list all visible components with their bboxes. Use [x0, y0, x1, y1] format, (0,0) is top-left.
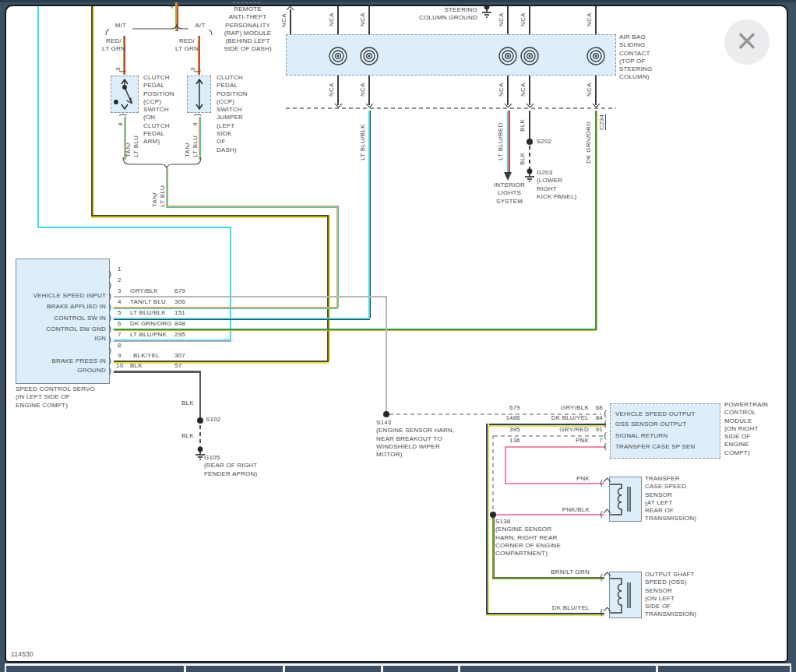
pin-bracket: (	[600, 510, 603, 519]
wire-gry-blk	[386, 296, 387, 413]
pin-bracket: (	[604, 431, 607, 440]
wire-label-blk: BLK	[181, 432, 194, 440]
wire-label-nca: NCA	[520, 9, 527, 26]
pin-bracket: )	[108, 270, 111, 279]
wire-label-nca: NCA	[280, 10, 288, 27]
close-icon: ×	[737, 20, 758, 61]
ccp-jumper-caption: CLUTCH PEDAL POSITION (CCP) SWITCH JUMPE…	[217, 74, 248, 154]
wire-label-dk-blu-yel: DK BLU/YEL	[537, 604, 590, 612]
switch-symbol	[111, 76, 139, 113]
wire-label-dk-grn-org: DK GRN/ORG	[585, 114, 593, 164]
ground-icon-g203	[524, 169, 535, 182]
pcm-wire-name: DK BLU/YEL	[537, 414, 589, 422]
pin-bracket: (	[600, 608, 603, 617]
clockspring-coil-icon	[585, 45, 607, 67]
servo-circuit: 151	[174, 309, 185, 317]
servo-circuit: 306	[174, 298, 185, 306]
airbag-caption: AIR BAG SLIDING CONTACT (TOP OF STEERING…	[619, 33, 653, 82]
wire-lt-blu-blk-stripe	[370, 111, 371, 318]
clockspring-coil-icon	[497, 45, 519, 67]
branch-label-mt: M/T	[109, 22, 132, 30]
pin-number: 3	[189, 62, 197, 71]
wire-lt-blu-red-stripe	[509, 111, 510, 173]
inductor-coil-icon	[610, 572, 641, 617]
servo-wire-name: TAN/LT BLU	[130, 298, 166, 306]
pcm-circuit: 679	[491, 404, 520, 412]
wire-blk-yel-stripe	[91, 216, 329, 218]
splice-s143	[383, 411, 389, 417]
servo-pin-number: 2	[118, 276, 122, 284]
servo-wire-name: BLK	[130, 362, 143, 370]
pcm-fn-label: SIGNAL RETURN	[615, 432, 667, 440]
pcm-circuit: 136	[491, 437, 520, 445]
wire-label-lt-blu-red: LT BLU/RED	[497, 115, 505, 160]
clockspring-coil-icon	[519, 45, 541, 67]
diagram-id: 114530	[11, 650, 33, 658]
wire-label-nca: NCA	[328, 9, 336, 26]
pcm-wire-name: PNK	[537, 437, 589, 445]
wire-label-nca: NCA	[359, 9, 367, 26]
wire-pnk	[505, 483, 604, 484]
servo-wire-name: BLK/YEL	[133, 352, 160, 360]
pin-number: 4	[117, 117, 125, 126]
servo-fn-label: BRAKE PRESS IN	[19, 357, 106, 365]
pin-number: 3	[114, 62, 122, 71]
wire-gry-blk	[114, 296, 387, 297]
transfer-sensor-caption: TRANSFER CASE SPEED SENSOR (AT LEFT REAR…	[645, 475, 696, 523]
wire-label-nca: NCA	[586, 79, 593, 97]
pin-number: 4	[168, 2, 176, 9]
pin-bracket: )	[108, 347, 111, 355]
splice-label-s143: S143 (ENGINE SENSOR HARN, NEAR BREAKOUT …	[376, 419, 454, 459]
wire-pnk-blk	[495, 514, 604, 515]
pcm-wire-name: GRY/BLK	[537, 404, 589, 412]
wire-lt-blu-pnk-stripe	[114, 341, 231, 342]
background-table-cell	[186, 666, 283, 672]
pcm-pin-number: 7	[584, 437, 603, 445]
wire-blk-dashed	[199, 425, 202, 449]
wire-label-pnk-blk: PNK/BLK	[545, 506, 590, 514]
pcm-circuit: 1486	[491, 414, 520, 422]
wire-gry-red-dashed	[492, 435, 494, 513]
wire-tan-lt-blu-stripe	[166, 207, 338, 208]
wire-blk-yel-stripe	[114, 362, 329, 364]
pcm-pin-number: 91	[584, 426, 603, 434]
pin-bracket: )	[118, 113, 127, 116]
pin-bracket: )	[108, 281, 111, 290]
servo-circuit: 848	[174, 320, 185, 328]
background-table-cell	[658, 666, 790, 672]
servo-wire-name: GRY/BLK	[130, 287, 158, 295]
wire-tan-lt-blu-stripe	[200, 117, 201, 160]
wire-label-nca: NCA	[359, 79, 367, 97]
servo-pin-number: 6	[118, 320, 122, 328]
wire-brn-lt-grn	[492, 578, 604, 579]
wire-blk	[529, 111, 530, 141]
wire-brn-lt-grn-stripe	[494, 518, 495, 579]
servo-wire-name: LT BLU/PNK	[130, 331, 167, 339]
close-button[interactable]: ×	[724, 19, 770, 65]
servo-caption: SPEED CONTROL SERVO (IN LEFT SIDE OF ENG…	[16, 385, 95, 410]
pin-bracket: (	[604, 420, 607, 428]
servo-circuit: 307	[174, 352, 185, 360]
pin-bracket: (	[604, 410, 607, 418]
pin-bracket: )	[108, 336, 111, 344]
wire-blk-yel-stripe	[329, 215, 330, 361]
servo-wire-name: LT BLU/BLK	[130, 309, 166, 317]
jumper-symbol	[187, 76, 211, 113]
window-top-edge	[0, 0, 796, 2]
wire-label-nca: NCA	[328, 79, 336, 97]
wire-lt-blu-pnk	[230, 227, 231, 341]
servo-fn-label: VEHICLE SPEED INPUT	[19, 292, 106, 300]
wire-blk	[199, 371, 202, 419]
servo-pin-number: 4	[118, 298, 122, 306]
pin-bracket: (	[604, 442, 607, 451]
wire-blk-yel-stripe	[93, 6, 94, 216]
pin-bracket: )	[108, 314, 111, 322]
steering-ground-label: STEERING COLUMN GROUND	[403, 6, 477, 23]
pcm-wire-name: GRY/RED	[537, 426, 589, 434]
wire-dk-blu-yel-stripe	[488, 424, 489, 614]
system-arrow-icon	[504, 172, 512, 181]
wire-blk	[114, 371, 201, 373]
wire-label-blk: BLK	[181, 399, 194, 407]
wire-label-lt-blu-blk: LT BLU/BLK	[359, 115, 367, 160]
servo-pin-number: 8	[118, 342, 122, 350]
